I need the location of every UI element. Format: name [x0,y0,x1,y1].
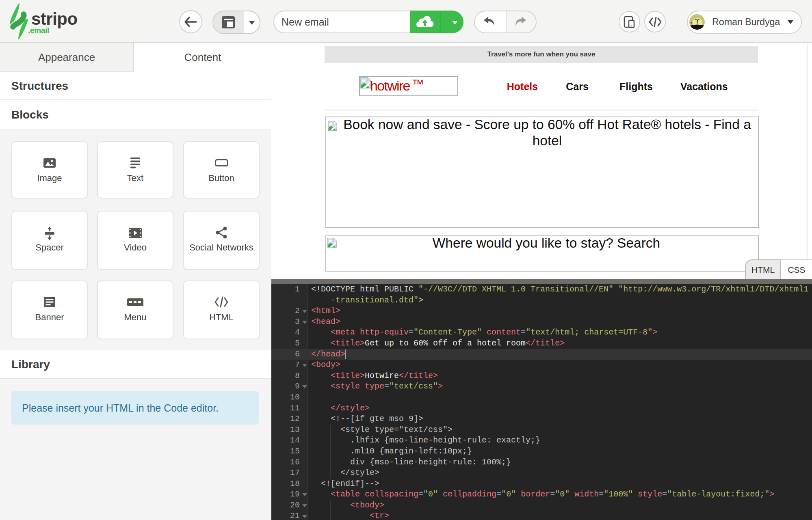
svg-text:.email: .email [28,26,49,35]
svg-text:stripo: stripo [31,9,78,28]
